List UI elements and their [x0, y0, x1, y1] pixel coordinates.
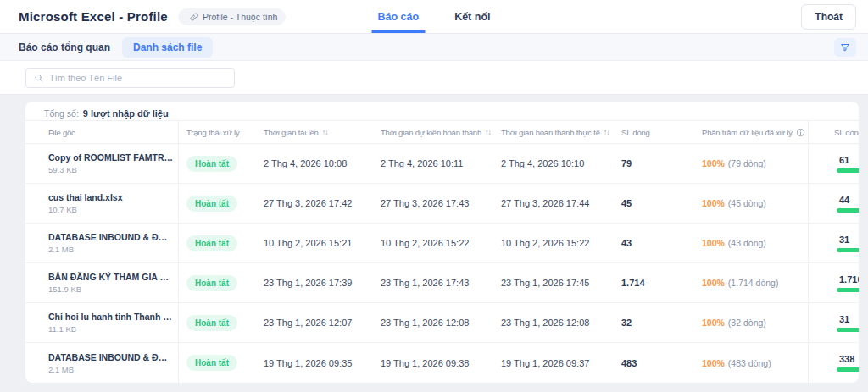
table-row[interactable]: cus thai land.xlsx 10.7 KB Hoàn tất 27 T… — [25, 184, 859, 224]
search-input[interactable] — [49, 73, 226, 83]
table-card: Tổng số: 9 lượt nhập dữ liệu File gốc Tr… — [25, 102, 859, 383]
col-phan-tram: Phần trăm dữ liệu đã xử lý — [702, 121, 808, 143]
sort-icon[interactable]: ↑↓ — [322, 128, 328, 136]
progress-bar — [837, 367, 859, 372]
uploaded-time: 27 Thg 3, 2026 17:42 — [264, 184, 381, 223]
col-du-kien-hoan-thanh[interactable]: Thời gian dự kiến hoàn thành ↑↓ — [381, 121, 501, 143]
row-count: 1.714 — [621, 263, 702, 302]
search-row — [0, 61, 868, 95]
table-row[interactable]: BẢN ĐĂNG KÝ THAM GIA CHƯƠNG TRÌNH TALK .… — [25, 263, 859, 303]
exit-button[interactable]: Thoát — [801, 4, 856, 30]
file-list-tab[interactable]: Danh sách file — [122, 37, 213, 58]
tab-ket-noi[interactable]: Kết nối — [448, 0, 496, 33]
total-label: Tổng số: — [44, 108, 79, 119]
status-badge: Hoàn tất — [186, 275, 237, 291]
percent-detail: (32 dòng) — [728, 317, 766, 328]
status-badge: Hoàn tất — [186, 355, 237, 371]
profile-badge-label: Profile - Thuộc tính — [203, 12, 278, 22]
tab-bao-cao[interactable]: Báo cáo — [372, 0, 426, 33]
info-icon[interactable] — [796, 128, 805, 137]
col-trang-thai: Trạng thái xử lý — [179, 121, 264, 143]
percent-detail: (43 dòng) — [728, 238, 766, 248]
funnel-icon — [840, 42, 850, 52]
content-area: Tổng số: 9 lượt nhập dữ liệu File gốc Tr… — [0, 95, 868, 383]
actual-time: 23 Thg 1, 2026 12:08 — [501, 303, 621, 342]
processed-count: 31 — [809, 314, 849, 324]
file-size: 59.3 KB — [48, 165, 77, 174]
actual-time: 27 Thg 3, 2026 17:44 — [501, 184, 621, 223]
expected-time: 27 Thg 3, 2026 17:43 — [381, 184, 501, 223]
uploaded-time: 10 Thg 2, 2026 15:21 — [264, 224, 381, 262]
sub-toolbar: Báo cáo tổng quan Danh sách file — [0, 34, 868, 61]
table-row[interactable]: Copy of ROOMLIST FAMTRIP 20-23 MAR 2026.… — [25, 144, 859, 184]
filter-button[interactable] — [834, 38, 856, 57]
processed-count: 61 — [809, 155, 849, 165]
sort-icon[interactable]: ↑↓ — [485, 128, 491, 136]
file-name: BẢN ĐĂNG KÝ THAM GIA CHƯƠNG TRÌNH TALK .… — [48, 272, 173, 282]
file-name: Copy of ROOMLIST FAMTRIP 20-23 MAR 2026.… — [48, 152, 173, 163]
progress-bar — [837, 288, 859, 292]
table-row[interactable]: Chi hoi lu hanh tinh Thanh Hoa.xlsx 11.1… — [25, 303, 859, 343]
page-title: Microsoft Excel - Profile — [19, 9, 168, 24]
file-size: 2.1 MB — [48, 365, 74, 374]
file-size: 151.9 KB — [48, 284, 81, 294]
row-count: 483 — [621, 343, 702, 383]
expected-time: 19 Thg 1, 2026 09:38 — [381, 343, 501, 383]
expected-time: 23 Thg 1, 2026 17:43 — [381, 263, 501, 302]
actual-time: 10 Thg 2, 2026 15:22 — [501, 224, 621, 262]
processed-count: 1.710 — [809, 274, 859, 284]
status-badge: Hoàn tất — [186, 196, 237, 212]
progress-bar — [837, 328, 859, 332]
percent-detail: (1.714 dòng) — [728, 278, 779, 288]
col-sl-dong-xu-ly: SL dòng — [808, 121, 859, 143]
table-row[interactable]: DATABASE INBOUND & ĐÀI LOAN.xlsx 2.1 MB … — [25, 224, 859, 263]
search-box[interactable] — [25, 68, 235, 88]
main-tabs: Báo cáo Kết nối — [372, 0, 497, 33]
col-file-goc: File gốc — [25, 121, 179, 143]
progress-bar — [837, 208, 859, 213]
summary-row: Tổng số: 9 lượt nhập dữ liệu — [25, 102, 859, 120]
file-size: 11.1 KB — [48, 324, 76, 334]
col-thoi-gian-tai-len[interactable]: Thời gian tải lên ↑↓ — [264, 121, 381, 143]
top-bar: Microsoft Excel - Profile Profile - Thuộ… — [0, 0, 868, 34]
table-row[interactable]: DATABASE INBOUND & ĐÀI LOAN.xlsx 2.1 MB … — [25, 343, 859, 383]
percent-value: 100% — [702, 278, 725, 288]
search-icon — [34, 73, 43, 83]
actual-time: 2 Thg 4, 2026 10:10 — [501, 144, 621, 183]
profile-badge: Profile - Thuộc tính — [178, 8, 287, 25]
uploaded-time: 19 Thg 1, 2026 09:35 — [264, 343, 381, 383]
file-name: DATABASE INBOUND & ĐÀI LOAN.xlsx — [48, 352, 173, 362]
expected-time: 2 Thg 4, 2026 10:11 — [381, 144, 501, 183]
link-icon — [190, 13, 198, 21]
progress-bar — [837, 168, 859, 173]
row-count: 32 — [621, 303, 702, 342]
file-name: Chi hoi lu hanh tinh Thanh Hoa.xlsx — [48, 312, 173, 322]
sort-icon[interactable]: ↑↓ — [604, 128, 609, 136]
total-value: 9 lượt nhập dữ liệu — [83, 108, 169, 119]
row-count: 43 — [621, 224, 702, 262]
expected-time: 10 Thg 2, 2026 15:22 — [381, 224, 501, 262]
percent-value: 100% — [702, 238, 725, 248]
percent-value: 100% — [702, 198, 725, 208]
col-sl-dong: SL dòng — [621, 121, 702, 143]
actual-time: 19 Thg 1, 2026 09:37 — [501, 343, 621, 383]
percent-detail: (483 dòng) — [728, 358, 771, 368]
status-badge: Hoàn tất — [186, 235, 237, 251]
actual-time: 23 Thg 1, 2026 17:45 — [501, 263, 621, 302]
percent-detail: (79 dòng) — [728, 158, 766, 168]
file-size: 2.1 MB — [48, 245, 74, 254]
uploaded-time: 23 Thg 1, 2026 17:39 — [264, 263, 381, 302]
uploaded-time: 23 Thg 1, 2026 12:07 — [264, 303, 381, 342]
percent-value: 100% — [702, 358, 725, 368]
uploaded-time: 2 Thg 4, 2026 10:08 — [264, 144, 381, 183]
percent-detail: (45 dòng) — [728, 198, 766, 208]
col-hoan-thanh-thuc-te[interactable]: Thời gian hoàn thành thực tế ↑↓ — [501, 121, 621, 143]
processed-count: 44 — [809, 195, 849, 205]
file-name: cus thai land.xlsx — [48, 192, 123, 202]
expected-time: 23 Thg 1, 2026 12:08 — [381, 303, 501, 342]
row-count: 79 — [621, 144, 702, 183]
percent-value: 100% — [702, 158, 725, 168]
processed-count: 338 — [809, 354, 854, 364]
overview-report-link[interactable]: Báo cáo tổng quan — [19, 41, 110, 53]
status-badge: Hoàn tất — [186, 156, 237, 172]
